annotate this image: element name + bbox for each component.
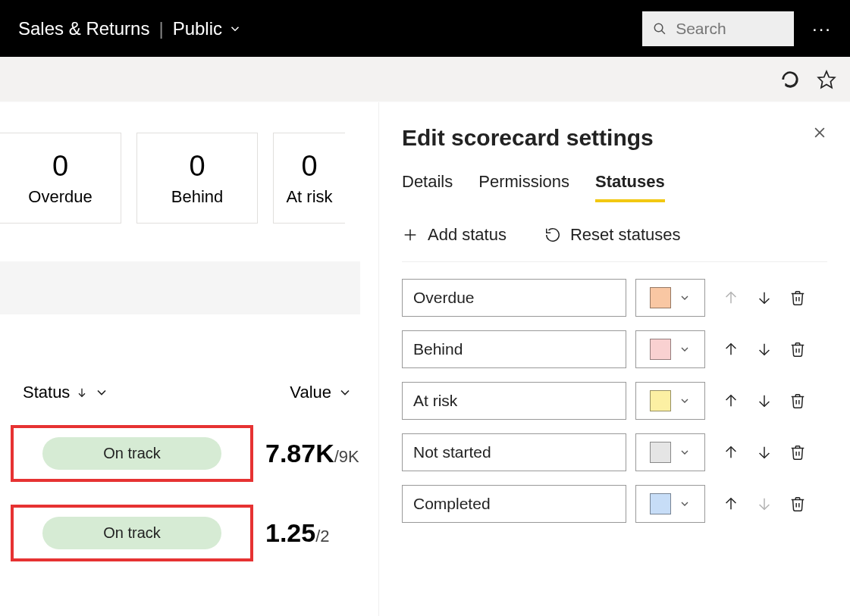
- status-name-input[interactable]: Not started: [402, 433, 626, 471]
- arrow-down-icon: [756, 289, 773, 306]
- visibility-dropdown[interactable]: Public: [173, 18, 242, 39]
- delete-button[interactable]: [789, 443, 807, 461]
- arrow-up-icon: [723, 444, 739, 461]
- trash-icon: [789, 392, 806, 409]
- panel-title: Edit scorecard settings: [402, 125, 654, 151]
- value-main: 1.25: [265, 518, 315, 548]
- trash-icon: [789, 496, 806, 512]
- card-value: 0: [301, 150, 317, 183]
- chevron-down-icon: [228, 22, 242, 36]
- value-column-header[interactable]: Value: [290, 383, 353, 402]
- move-down-button[interactable]: [755, 443, 773, 461]
- star-icon: [817, 70, 836, 89]
- content-area: 0 Overdue 0 Behind 0 At risk Status Valu…: [0, 102, 850, 616]
- chevron-down-icon: [679, 446, 691, 458]
- card-label: At risk: [286, 187, 332, 207]
- chevron-down-icon: [679, 292, 691, 304]
- chevron-down-icon: [337, 385, 353, 400]
- value-cell: 1.25 /2: [265, 518, 330, 548]
- arrow-down-icon: [756, 496, 773, 512]
- favorite-button[interactable]: [817, 70, 836, 89]
- top-bar: Sales & Returns | Public ···: [0, 0, 850, 57]
- status-list: Overdue Behind At risk: [402, 279, 827, 523]
- status-row: Overdue: [402, 279, 827, 317]
- trash-icon: [789, 444, 806, 461]
- chevron-down-icon: [679, 498, 691, 510]
- status-name-input[interactable]: At risk: [402, 382, 626, 420]
- arrow-up-icon: [723, 496, 739, 512]
- svg-line-1: [661, 30, 665, 34]
- panel-tabs: Details Permissions Statuses: [402, 172, 827, 202]
- arrow-up-icon: [723, 341, 739, 358]
- search-icon: [653, 20, 667, 37]
- reset-icon: [544, 227, 561, 243]
- color-picker[interactable]: [635, 330, 705, 368]
- move-down-button[interactable]: [755, 289, 773, 307]
- status-name-input[interactable]: Completed: [402, 485, 626, 523]
- close-icon: [812, 125, 827, 140]
- move-down-button[interactable]: [755, 392, 773, 410]
- status-pill[interactable]: On track: [42, 517, 221, 549]
- card-value: 0: [52, 150, 68, 183]
- value-denom: /9K: [334, 447, 359, 467]
- color-swatch: [650, 390, 671, 411]
- settings-panel: Edit scorecard settings Details Permissi…: [378, 102, 850, 616]
- color-picker[interactable]: [635, 382, 705, 420]
- card-at-risk[interactable]: 0 At risk: [273, 133, 345, 224]
- tab-permissions[interactable]: Permissions: [478, 172, 569, 202]
- goal-row[interactable]: On track 7.87K /9K: [0, 425, 360, 482]
- card-overdue[interactable]: 0 Overdue: [0, 133, 121, 224]
- tab-details[interactable]: Details: [402, 172, 453, 202]
- tab-statuses[interactable]: Statuses: [595, 172, 665, 202]
- color-picker[interactable]: [635, 485, 705, 523]
- move-down-button: [755, 495, 773, 513]
- delete-button[interactable]: [789, 289, 807, 307]
- color-swatch: [650, 339, 671, 360]
- search-box[interactable]: [642, 11, 794, 46]
- close-button[interactable]: [812, 125, 827, 140]
- svg-marker-2: [818, 71, 835, 88]
- chevron-down-icon: [679, 395, 691, 407]
- status-pill[interactable]: On track: [42, 437, 221, 470]
- arrow-down-icon: [756, 341, 773, 358]
- color-swatch: [650, 287, 671, 308]
- trash-icon: [789, 289, 806, 306]
- add-status-label: Add status: [428, 225, 507, 245]
- color-picker[interactable]: [635, 433, 705, 471]
- more-button[interactable]: ···: [812, 18, 832, 39]
- scorecard-left: 0 Overdue 0 Behind 0 At risk Status Valu…: [0, 102, 360, 616]
- move-up-button[interactable]: [722, 392, 740, 410]
- value-column-label: Value: [290, 383, 331, 402]
- workspace-title: Sales & Returns: [18, 18, 149, 39]
- status-row: At risk: [402, 382, 827, 420]
- move-up-button[interactable]: [722, 495, 740, 513]
- plus-icon: [402, 227, 419, 243]
- delete-button[interactable]: [789, 392, 807, 410]
- svg-point-0: [654, 23, 663, 32]
- value-denom: /2: [315, 527, 329, 546]
- status-row: Completed: [402, 485, 827, 523]
- status-name-input[interactable]: Overdue: [402, 279, 626, 317]
- status-actions: Add status Reset statuses: [402, 225, 827, 262]
- arrow-down-icon: [756, 392, 773, 409]
- color-swatch: [650, 442, 671, 463]
- status-row: Behind: [402, 330, 827, 368]
- move-up-button[interactable]: [722, 443, 740, 461]
- goal-row[interactable]: On track 1.25 /2: [0, 505, 360, 561]
- card-behind[interactable]: 0 Behind: [136, 133, 258, 224]
- delete-button[interactable]: [789, 495, 807, 513]
- move-up-button[interactable]: [722, 340, 740, 358]
- column-headers: Status Value: [0, 314, 360, 402]
- status-row: Not started: [402, 433, 827, 471]
- color-picker[interactable]: [635, 279, 705, 317]
- visibility-label: Public: [173, 18, 222, 39]
- move-down-button[interactable]: [755, 340, 773, 358]
- status-name-input[interactable]: Behind: [402, 330, 626, 368]
- add-status-button[interactable]: Add status: [402, 225, 507, 245]
- delete-button[interactable]: [789, 340, 807, 358]
- search-input[interactable]: [676, 20, 783, 38]
- status-column-header[interactable]: Status: [23, 383, 109, 402]
- arrow-down-icon: [756, 444, 773, 461]
- reset-statuses-button[interactable]: Reset statuses: [544, 225, 681, 245]
- refresh-button[interactable]: [780, 70, 800, 89]
